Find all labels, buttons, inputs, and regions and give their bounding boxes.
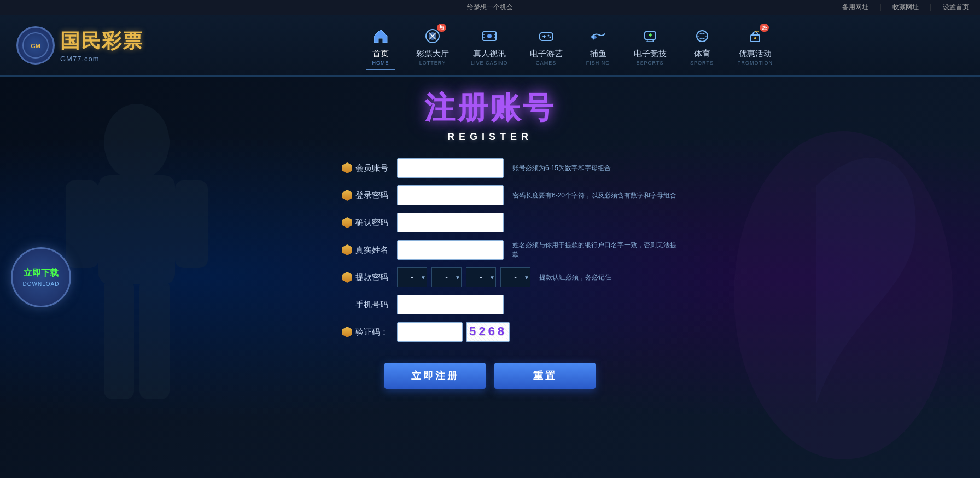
- fishing-icon: [588, 26, 609, 46]
- withdrawal-select-3[interactable]: -0123 456789: [466, 267, 496, 287]
- nav-item-promotion[interactable]: 热 优惠活动 PROMOTION: [727, 21, 784, 70]
- withdrawal-select-2-wrapper: -0123 456789 ▼: [431, 267, 462, 287]
- nav-fishing-en: FISHING: [586, 60, 610, 66]
- realname-label: 真实姓名: [299, 244, 397, 255]
- svg-point-7: [547, 34, 549, 36]
- nav-lottery-zh: 彩票大厅: [416, 49, 449, 59]
- realname-label-icon: [342, 244, 352, 255]
- username-label: 会员账号: [299, 162, 397, 173]
- withdrawal-select-2[interactable]: -0123 456789: [431, 267, 462, 287]
- withdrawal-select-1[interactable]: -0123 456789: [397, 267, 427, 287]
- main-content: 立即下载 DOWNLOAD 注册账号 REGISTER 会员账号 账号必须为6-…: [0, 77, 980, 478]
- withdrawal-hint: 提款认证必须，务必记住: [539, 273, 681, 282]
- live-casino-icon: [479, 26, 500, 46]
- captcha-input[interactable]: [397, 322, 463, 342]
- mobile-input[interactable]: [397, 295, 504, 314]
- withdrawal-select-1-wrapper: -0123 456789 ▼: [397, 267, 427, 287]
- header: GM 国民彩票 GM77.com 首页 HOME: [0, 15, 980, 77]
- withdrawal-select-4-wrapper: -0123 456789 ▼: [500, 267, 530, 287]
- password-hint: 密码长度要有6-20个字符，以及必须含有数字和字母组合: [512, 191, 681, 200]
- top-bar-links: 备用网址 ｜ 收藏网址 ｜ 设置首页: [842, 3, 969, 12]
- register-title-zh: 注册账号: [424, 88, 556, 129]
- lottery-icon: 热: [422, 26, 443, 46]
- download-button[interactable]: 立即下载 DOWNLOAD: [11, 247, 71, 307]
- nav-item-games[interactable]: 电子游艺 GAMES: [519, 21, 574, 70]
- nav-promotion-zh: 优惠活动: [739, 49, 772, 59]
- nav-item-live-casino[interactable]: 真人视讯 LIVE CASINO: [460, 21, 519, 70]
- nav-live-zh: 真人视讯: [473, 49, 506, 59]
- register-form: 会员账号 账号必须为6-15为数字和字母组合 登录密码 密码长度要有6-20个字…: [299, 158, 681, 349]
- set-homepage-link[interactable]: 设置首页: [943, 3, 969, 12]
- confirm-password-input[interactable]: [397, 213, 504, 232]
- username-hint: 账号必须为6-15为数字和字母组合: [512, 164, 681, 173]
- nav-item-home[interactable]: 首页 HOME: [356, 21, 405, 70]
- captcha-row: 验证码： 5268: [299, 322, 681, 342]
- nav-item-sports[interactable]: 体育 SPORTS: [678, 21, 727, 70]
- password-label-icon: [342, 190, 352, 201]
- withdrawal-select-4[interactable]: -0123 456789: [500, 267, 530, 287]
- nav-live-en: LIVE CASINO: [471, 60, 508, 66]
- logo-sub-text: GM77.com: [60, 55, 143, 63]
- logo-area[interactable]: GM 国民彩票 GM77.com: [16, 26, 143, 65]
- logo-text: 国民彩票 GM77.com: [60, 28, 143, 63]
- backup-url-link[interactable]: 备用网址: [842, 3, 868, 12]
- withdrawal-label: 提款密码: [299, 272, 397, 283]
- svg-point-13: [754, 37, 756, 39]
- logo-main-text: 国民彩票: [60, 28, 143, 55]
- form-buttons: 立即注册 重置: [384, 363, 596, 389]
- home-icon: [370, 26, 391, 46]
- captcha-code: 5268: [469, 325, 507, 339]
- lottery-badge: 热: [437, 24, 446, 32]
- withdrawal-row: 提款密码 -0123 456789 ▼ -0123 456789: [299, 267, 681, 287]
- nav-home-zh: 首页: [372, 49, 389, 59]
- username-input[interactable]: [397, 158, 504, 178]
- password-row: 登录密码 密码长度要有6-20个字符，以及必须含有数字和字母组合: [299, 185, 681, 205]
- nav-item-lottery[interactable]: 热 彩票大厅 LOTTERY: [405, 21, 460, 70]
- password-label: 登录密码: [299, 190, 397, 201]
- reset-button[interactable]: 重置: [494, 363, 596, 389]
- nav-sports-en: SPORTS: [690, 60, 714, 66]
- top-bar: 给梦想一个机会 备用网址 ｜ 收藏网址 ｜ 设置首页: [0, 0, 980, 15]
- withdrawal-selects: -0123 456789 ▼ -0123 456789 ▼: [397, 267, 530, 287]
- register-container: 注册账号 REGISTER 会员账号 账号必须为6-15为数字和字母组合 登录密…: [255, 77, 725, 478]
- register-button[interactable]: 立即注册: [384, 363, 486, 389]
- realname-input[interactable]: [397, 240, 504, 260]
- username-label-icon: [342, 162, 352, 173]
- realname-hint: 姓名必须与你用于提款的银行户口名字一致，否则无法提款: [512, 241, 681, 259]
- nav-fishing-zh: 捕鱼: [590, 49, 606, 59]
- confirm-label-icon: [342, 217, 352, 228]
- promotion-icon: 热: [745, 26, 766, 46]
- mobile-label: 手机号码: [299, 300, 397, 310]
- nav-lottery-en: LOTTERY: [419, 60, 446, 66]
- nav-sports-zh: 体育: [694, 49, 710, 59]
- svg-point-8: [549, 36, 551, 38]
- games-icon: [536, 26, 557, 46]
- sports-icon: [692, 26, 713, 46]
- promotion-badge: 热: [760, 24, 769, 32]
- captcha-label-icon: [342, 327, 352, 337]
- nav-games-en: GAMES: [536, 60, 557, 66]
- download-text-en: DOWNLOAD: [23, 281, 60, 287]
- realname-row: 真实姓名 姓名必须与你用于提款的银行户口名字一致，否则无法提款: [299, 240, 681, 260]
- password-input[interactable]: [397, 185, 504, 205]
- register-title-en: REGISTER: [447, 131, 533, 143]
- nav-esports-zh: 电子竞技: [634, 49, 667, 59]
- bookmark-link[interactable]: 收藏网址: [892, 3, 919, 12]
- svg-rect-6: [540, 33, 553, 40]
- nav-item-esports[interactable]: 电子竞技 ESPORTS: [623, 21, 678, 70]
- svg-text:GM: GM: [31, 43, 40, 49]
- withdrawal-label-icon: [342, 272, 352, 283]
- nav-item-fishing[interactable]: 捕鱼 FISHING: [574, 21, 623, 70]
- captcha-image[interactable]: 5268: [466, 322, 510, 342]
- svg-point-5: [487, 34, 492, 38]
- confirm-label: 确认密码: [299, 217, 397, 228]
- confirm-password-row: 确认密码: [299, 213, 681, 232]
- esports-icon: [640, 26, 661, 46]
- nav-promotion-en: PROMOTION: [738, 60, 773, 66]
- captcha-label: 验证码：: [299, 327, 397, 337]
- main-nav: 首页 HOME 热 彩票大厅 LOTTERY: [176, 21, 964, 70]
- download-text-zh: 立即下载: [24, 267, 59, 279]
- nav-games-zh: 电子游艺: [530, 49, 563, 59]
- top-bar-slogan: 给梦想一个机会: [467, 3, 513, 12]
- logo-icon: GM: [16, 26, 55, 65]
